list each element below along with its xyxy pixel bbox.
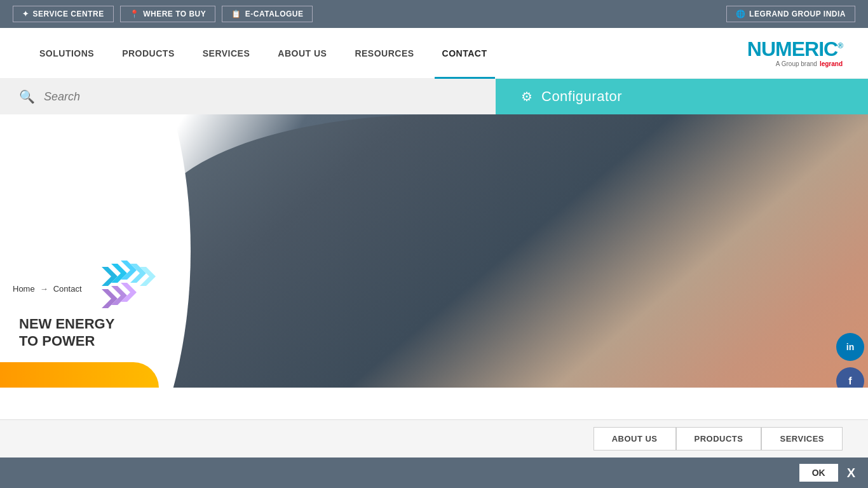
search-bar: 🔍 ⚙ Configurator bbox=[0, 79, 868, 114]
top-bar-right: 🌐 LEGRAND GROUP INDIA bbox=[726, 6, 855, 22]
svg-marker-5 bbox=[102, 289, 118, 308]
cookie-close-button[interactable]: X bbox=[847, 466, 855, 480]
logo-numeric: NUMERIC® bbox=[747, 39, 843, 59]
service-centre-label: SERVICE CENTRE bbox=[33, 10, 104, 18]
globe-icon: 🌐 bbox=[736, 10, 746, 18]
configurator-icon: ⚙ bbox=[521, 89, 532, 104]
e-catalogue-label: E-CATALOGUE bbox=[245, 10, 304, 18]
breadcrumb-home[interactable]: Home bbox=[13, 284, 35, 294]
wrench-icon: ✦ bbox=[22, 10, 29, 18]
facebook-icon: f bbox=[848, 376, 851, 387]
nav-solutions[interactable]: SOLUTIONS bbox=[25, 28, 108, 79]
hero-brand: NEW ENERGY TO POWER bbox=[19, 316, 114, 349]
breadcrumb-current: Contact bbox=[53, 284, 82, 294]
linkedin-button[interactable]: in bbox=[836, 333, 864, 361]
where-to-buy-button[interactable]: 📍 WHERE TO BUY bbox=[120, 6, 216, 22]
service-centre-button[interactable]: ✦ SERVICE CENTRE bbox=[13, 6, 114, 22]
configurator-label: Configurator bbox=[541, 88, 622, 105]
nav-products[interactable]: PRODUCTS bbox=[108, 28, 189, 79]
e-catalogue-button[interactable]: 📋 E-CATALOGUE bbox=[222, 6, 313, 22]
breadcrumb-arrow: → bbox=[40, 284, 48, 294]
nav-about-us[interactable]: ABOUT US bbox=[264, 28, 341, 79]
hero-chevrons bbox=[95, 261, 222, 318]
footer-products-button[interactable]: PRODUCTS bbox=[676, 427, 762, 451]
cookie-bar: OK X bbox=[0, 458, 868, 488]
nav-bar: SOLUTIONS PRODUCTS SERVICES ABOUT US RES… bbox=[0, 28, 868, 79]
social-sidebar: in f 💬 bbox=[832, 330, 868, 388]
footer-services-button[interactable]: SERVICES bbox=[761, 427, 843, 451]
nav-services[interactable]: SERVICES bbox=[189, 28, 264, 79]
catalogue-icon: 📋 bbox=[231, 10, 241, 18]
search-input[interactable] bbox=[44, 90, 477, 104]
top-bar-left: ✦ SERVICE CENTRE 📍 WHERE TO BUY 📋 E-CATA… bbox=[13, 6, 313, 22]
cookie-ok-button[interactable]: OK bbox=[799, 464, 838, 482]
hero-arc bbox=[0, 362, 159, 388]
footer-about-us-button[interactable]: ABOUT US bbox=[593, 427, 676, 451]
location-icon: 📍 bbox=[130, 10, 140, 18]
hero-tagline: NEW ENERGY TO POWER bbox=[19, 316, 114, 349]
logo-sub: A Group brand legrand bbox=[776, 60, 843, 67]
main-nav: SOLUTIONS PRODUCTS SERVICES ABOUT US RES… bbox=[25, 28, 747, 79]
legrand-group-button[interactable]: 🌐 LEGRAND GROUP INDIA bbox=[726, 6, 855, 22]
hero-background bbox=[0, 114, 868, 388]
search-icon: 🔍 bbox=[19, 89, 35, 104]
legrand-group-label: LEGRAND GROUP INDIA bbox=[749, 10, 846, 18]
svg-marker-0 bbox=[102, 267, 118, 286]
hero-section: Home → Contact NEW ENERGY TO POWER bbox=[0, 114, 868, 388]
breadcrumb: Home → Contact bbox=[0, 280, 95, 297]
facebook-button[interactable]: f bbox=[836, 367, 864, 388]
footer-nav: ABOUT US PRODUCTS SERVICES bbox=[0, 419, 868, 458]
linkedin-icon: in bbox=[846, 342, 854, 352]
search-section: 🔍 bbox=[0, 89, 496, 104]
nav-contact[interactable]: CONTACT bbox=[428, 28, 501, 79]
configurator-section[interactable]: ⚙ Configurator bbox=[496, 79, 868, 114]
where-to-buy-label: WHERE TO BUY bbox=[143, 10, 206, 18]
logo-area: NUMERIC® A Group brand legrand bbox=[747, 39, 843, 67]
nav-resources[interactable]: RESOURCES bbox=[341, 28, 428, 79]
legrand-brand: legrand bbox=[820, 60, 843, 67]
top-bar: ✦ SERVICE CENTRE 📍 WHERE TO BUY 📋 E-CATA… bbox=[0, 0, 868, 28]
